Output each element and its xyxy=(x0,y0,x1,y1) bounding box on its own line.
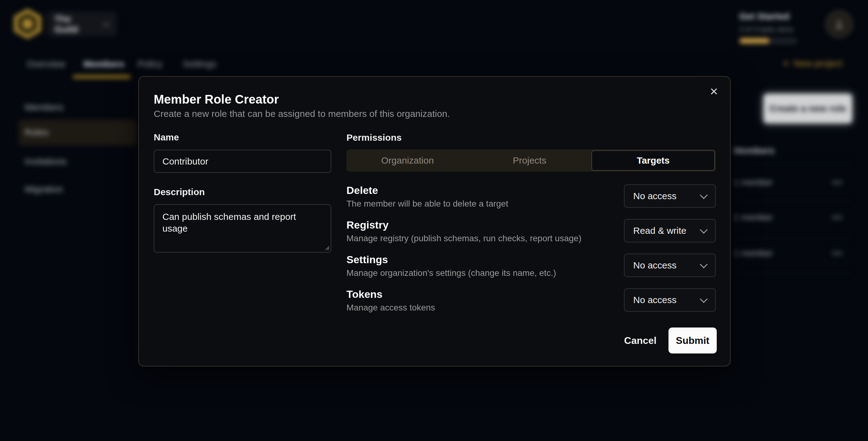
perm-row-registry: Registry Manage registry (publish schema… xyxy=(346,219,716,243)
name-label: Name xyxy=(154,132,179,143)
description-label: Description xyxy=(154,187,205,198)
perm-tab-projects[interactable]: Projects xyxy=(469,149,591,171)
name-input[interactable] xyxy=(154,150,331,173)
permissions-column: Permissions Organization Projects Target… xyxy=(346,77,716,367)
permissions-label: Permissions xyxy=(346,132,402,143)
perm-row-title: Registry xyxy=(346,218,389,231)
perm-row-title: Delete xyxy=(346,184,378,197)
perm-access-value: No access xyxy=(633,191,701,201)
perm-row-tokens: Tokens Manage access tokens No access xyxy=(346,288,716,312)
perm-row-description: Manage organization's settings (change i… xyxy=(346,268,556,278)
perm-access-value: Read & write xyxy=(633,225,701,236)
perm-access-select[interactable]: No access xyxy=(624,184,716,208)
perm-tab-organization[interactable]: Organization xyxy=(346,149,469,171)
cancel-button[interactable]: Cancel xyxy=(619,327,662,353)
perm-access-select[interactable]: No access xyxy=(624,254,716,277)
member-role-creator-dialog: ✕ Member Role Creator Create a new role … xyxy=(138,76,731,367)
perm-access-select[interactable]: Read & write xyxy=(624,219,716,243)
perm-access-value: No access xyxy=(633,295,701,305)
permissions-tabstrip: Organization Projects Targets xyxy=(346,149,716,171)
app-screen: The Guild Get Started 3 of 4 tasks done … xyxy=(0,0,868,441)
perm-row-description: Manage access tokens xyxy=(346,303,435,313)
dialog-title: Member Role Creator xyxy=(154,92,279,106)
perm-access-value: No access xyxy=(633,260,701,271)
description-textarea[interactable]: Can publish schemas and report usage xyxy=(154,204,331,253)
resize-handle-icon[interactable] xyxy=(324,245,330,250)
chevron-down-icon xyxy=(700,295,708,303)
perm-row-description: The member will be able to delete a targ… xyxy=(346,198,508,209)
chevron-down-icon xyxy=(700,226,708,233)
chevron-down-icon xyxy=(700,191,708,199)
perm-row-title: Settings xyxy=(346,253,388,266)
perm-access-select[interactable]: No access xyxy=(624,288,716,312)
perm-tab-targets[interactable]: Targets xyxy=(591,150,715,171)
perm-row-settings: Settings Manage organization's settings … xyxy=(346,254,716,277)
perm-row-delete: Delete The member will be able to delete… xyxy=(346,184,716,208)
chevron-down-icon xyxy=(700,260,708,268)
description-field-wrap: Can publish schemas and report usage xyxy=(154,204,331,253)
perm-row-description: Manage registry (publish schemas, run ch… xyxy=(346,233,581,244)
submit-button[interactable]: Submit xyxy=(669,327,717,353)
perm-row-title: Tokens xyxy=(346,288,383,301)
